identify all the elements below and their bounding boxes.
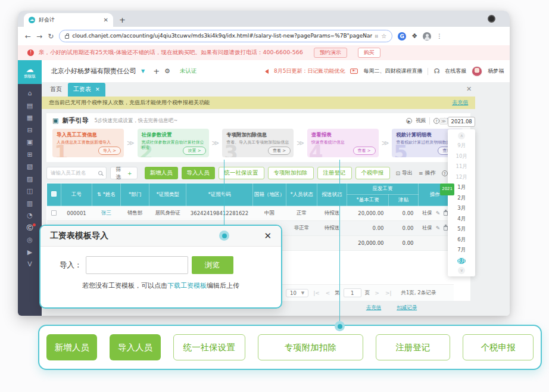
col-report[interactable]: 报送状态 (317, 183, 347, 206)
sidebar-images-icon[interactable]: ▨ (24, 175, 35, 184)
sidebar-home-icon[interactable]: ⌂ (24, 89, 35, 98)
panel-close-icon[interactable]: ✕ (466, 85, 472, 93)
per-page-select[interactable]: 10 ▼ (286, 289, 308, 297)
filter-button[interactable]: 筛选+ (110, 167, 137, 179)
month-option[interactable]: 6月 (448, 235, 475, 245)
month-option[interactable]: 3月 (448, 203, 475, 214)
verify-status[interactable]: 未认证 (180, 67, 197, 75)
scroll-down-icon[interactable]: ∨ (458, 267, 465, 274)
col-allowance[interactable]: 津贴 (389, 195, 419, 206)
buy-button[interactable]: 购买 (358, 48, 380, 58)
sidebar-assets-icon[interactable]: ⊟ (24, 126, 35, 135)
select-all-checkbox[interactable] (47, 183, 61, 206)
download-template-link[interactable]: 下载工资模板 (167, 282, 207, 290)
month-option[interactable]: 2021 1月 (448, 182, 475, 193)
sidebar-docs-icon[interactable]: ▥ (24, 199, 35, 209)
register-button[interactable]: 注册登记 (317, 167, 352, 179)
actions-button[interactable]: ≡操作 (419, 169, 436, 177)
sidebar-tax-icon[interactable]: ⊞ (24, 150, 35, 160)
browser-menu-icon[interactable]: ⋮ (436, 33, 443, 39)
row-checkbox[interactable] (51, 210, 57, 216)
back-icon[interactable]: ← (25, 32, 31, 41)
month-option-selected[interactable]: 8月 (448, 256, 475, 266)
month-option[interactable]: 5月 (448, 224, 475, 235)
import-employee-button[interactable]: 导入人员 (182, 167, 215, 179)
step-action-button[interactable]: 设置 > (183, 147, 205, 155)
social-security-link[interactable]: 社保 (422, 225, 432, 232)
table-row[interactable]: 000001 张三 销售部 居民身份证 362424198412281622 中… (47, 206, 452, 221)
import-employee-button-large[interactable]: 导入人员 (110, 334, 160, 360)
add-employee-button-large[interactable]: 新增人员 (46, 334, 97, 360)
col-name[interactable]: ⇅ *姓名 (92, 183, 121, 206)
sidebar-settings-icon[interactable]: ◎ (24, 235, 35, 245)
import-file-input[interactable] (86, 256, 188, 274)
add-employee-button[interactable]: 新增人员 (145, 167, 178, 179)
next-page-icon[interactable]: > (373, 290, 380, 296)
col-cert-type[interactable]: *证照类型 (149, 183, 186, 206)
company-name[interactable]: 北京小好杨梦福有限责任公司 (51, 67, 136, 76)
browse-button[interactable]: 浏览 (192, 256, 233, 274)
support-link[interactable]: 在线客服 (445, 67, 466, 75)
deduction-log-link[interactable]: 扣减记录 (397, 304, 417, 312)
col-status[interactable]: *人员状态 (286, 183, 317, 206)
month-option[interactable]: 10月 (448, 151, 475, 162)
sidebar-shop-icon[interactable]: ▧ (24, 162, 35, 172)
social-settings-button-large[interactable]: 统一社保设置 (173, 334, 245, 360)
add-company-icon[interactable]: + (153, 67, 160, 76)
month-option[interactable]: 4月 (448, 214, 475, 225)
employee-search-input[interactable]: 请输入员工姓名 (46, 167, 107, 179)
address-bar[interactable]: cloud.chanjet.com/accounting/uj4qiu3tcuw… (59, 30, 392, 42)
app-logo[interactable]: ☁ 旗舰版 (18, 60, 42, 84)
edit-icon[interactable]: ✎ (436, 210, 441, 216)
scroll-up-icon[interactable]: ∧ (458, 132, 465, 139)
forward-icon[interactable]: → (36, 32, 42, 41)
tab-salary-active[interactable]: 工资表 ✕ (68, 83, 105, 97)
month-option[interactable]: 7月 (448, 245, 475, 256)
tab-close-icon[interactable]: ✕ (104, 17, 108, 23)
sidebar-voucher-icon[interactable]: ▤ (24, 101, 35, 111)
register-button-large[interactable]: 注册登记 (376, 334, 450, 360)
col-nation[interactable]: 国籍（地区） (253, 183, 286, 206)
extensions-icon[interactable]: ❖ (411, 32, 417, 40)
live-course-link[interactable]: 每周二、四财税课程直播 (363, 67, 422, 75)
browser-profile-icon[interactable] (423, 32, 431, 41)
book-demo-button[interactable]: 预约演示 (314, 48, 347, 58)
period-display[interactable]: 2021.08 (448, 117, 475, 127)
col-dept[interactable]: *部门 (121, 183, 149, 206)
cell-name-link[interactable]: 张三 (92, 206, 121, 221)
user-avatar[interactable] (472, 66, 482, 77)
step-action-button[interactable]: 查看 > (268, 147, 291, 155)
sidebar-promotion-icon[interactable]: Ⓒ (24, 223, 35, 233)
reader-mode-icon[interactable]: ⌗ (375, 33, 379, 40)
month-option[interactable]: 11月 (448, 161, 475, 172)
month-option[interactable]: 9月 (448, 141, 475, 151)
recharge-link-bottom[interactable]: 去充值 (366, 304, 382, 312)
new-tab-button[interactable]: + (119, 15, 126, 24)
edit-icon[interactable]: ✎ (436, 225, 441, 231)
social-security-link[interactable]: 社保 (422, 210, 432, 217)
company-settings-icon[interactable]: ⚙ (164, 67, 170, 75)
sidebar-invoice-icon[interactable]: ▣ (24, 138, 35, 147)
update-note[interactable]: 8月5日更新：日记账功能优化 (274, 67, 345, 75)
tax-filing-button-large[interactable]: 个税申报 (463, 334, 534, 360)
col-id[interactable]: 工号 (61, 183, 92, 206)
sidebar-brand-icon[interactable]: Ⅴ (24, 260, 35, 269)
collapse-panel-icon[interactable]: ≫ (439, 118, 448, 125)
user-name[interactable]: 杨梦福 (488, 67, 504, 75)
recharge-link[interactable]: 去充值 (452, 99, 468, 107)
google-app-icon[interactable]: G (398, 32, 406, 41)
video-link[interactable]: 视频 (416, 117, 426, 125)
first-page-icon[interactable]: |< (312, 290, 321, 296)
browser-tab[interactable]: ☁ 好会计 ✕ (24, 13, 113, 27)
page-number-input[interactable]: 1 (344, 288, 361, 297)
record-indicator-icon[interactable] (488, 15, 495, 23)
month-option[interactable]: 12月 (448, 172, 475, 183)
special-deduction-button[interactable]: 专项附加扣除 (268, 167, 314, 179)
sidebar-cloud-icon[interactable]: ◔ (24, 211, 35, 220)
sidebar-community-icon[interactable]: ◫ (24, 186, 35, 196)
reload-icon[interactable]: ↻ (48, 32, 54, 41)
export-button[interactable]: ⊡导出 (396, 169, 413, 177)
col-base-salary[interactable]: *基本工资 (347, 195, 389, 206)
sidebar-reports-icon[interactable]: ▦ (24, 113, 35, 123)
tab-salary-close-icon[interactable]: ✕ (95, 86, 100, 92)
